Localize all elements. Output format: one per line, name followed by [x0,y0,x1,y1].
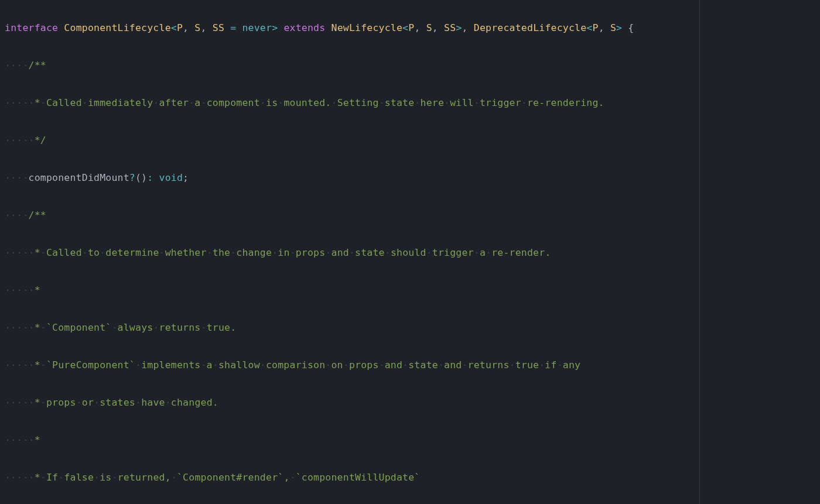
code-editor[interactable]: interface ComponentLifecycle<P, S, SS = … [0,0,820,504]
code-line[interactable]: ·····* [5,431,815,450]
keyword-extends: extends [283,22,325,33]
code-line[interactable]: ····componentDidMount?(): void; [5,169,815,187]
code-line[interactable]: ····/** [5,206,815,225]
code-line[interactable]: ·····*·Called·immediately·after·a·compom… [5,94,815,112]
code-line[interactable]: ····/** [5,56,815,75]
type-name: ComponentLifecycle [64,22,170,33]
code-line[interactable]: ·····*·Called·to·determine·whether·the·c… [5,244,815,262]
code-line[interactable]: ·····*·If·false·is·returned,·`Component#… [5,468,815,487]
method-name: componentDidMount [29,172,129,183]
editor-ruler [699,0,700,504]
code-line[interactable]: ·····*/ [5,131,815,150]
keyword-interface: interface [5,22,58,33]
code-line[interactable]: ·····*·`PureComponent`·implements·a·shal… [5,356,815,375]
code-content[interactable]: interface ComponentLifecycle<P, S, SS = … [0,0,820,504]
code-line[interactable]: ·····* [5,281,815,300]
code-line[interactable]: ·····*·`Component`·always·returns·true. [5,318,815,337]
code-line[interactable]: ·····*·props·or·states·have·changed. [5,393,815,412]
code-line[interactable]: interface ComponentLifecycle<P, S, SS = … [5,19,815,37]
